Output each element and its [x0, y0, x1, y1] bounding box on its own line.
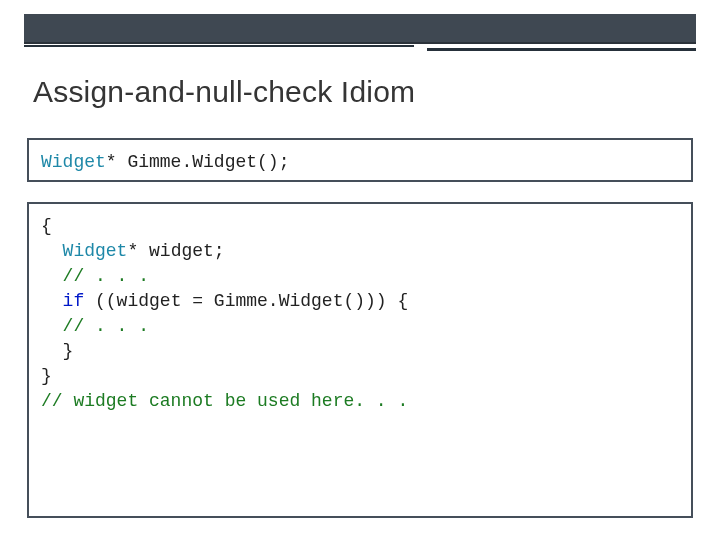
- code-block: { Widget* widget; // . . . if ((widget =…: [41, 214, 679, 389]
- underline-decoration: [24, 45, 696, 53]
- code-box-body: { Widget* widget; // . . . if ((widget =…: [27, 202, 693, 518]
- top-color-band: [24, 14, 696, 44]
- slide-title: Assign-and-null-check Idiom: [33, 75, 415, 109]
- code-footer-comment: // widget cannot be used here. . .: [41, 389, 679, 414]
- code-line: Widget* Gimme.Widget();: [41, 150, 679, 175]
- code-box-declaration: Widget* Gimme.Widget();: [27, 138, 693, 182]
